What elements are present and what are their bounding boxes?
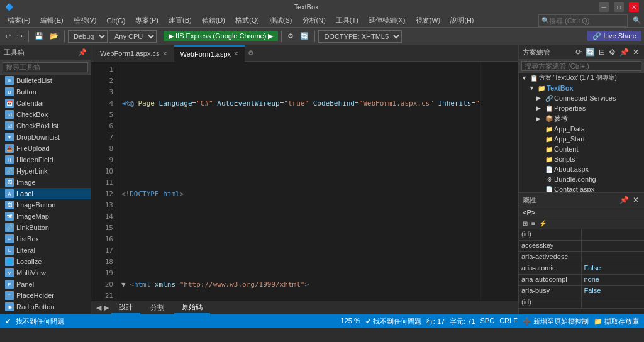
menu-project[interactable]: 專案(P) (130, 14, 164, 26)
toolbox-item-panel[interactable]: P Panel (0, 279, 91, 290)
tree-properties[interactable]: ▶ 📋 Properties (519, 103, 644, 113)
toolbox-item-checkbox[interactable]: ☑ CheckBox (0, 109, 91, 120)
bottom-tab-source[interactable]: 原始碼 (174, 301, 210, 314)
tree-references[interactable]: ▶ 📦 參考 (519, 113, 644, 124)
solution-search-area[interactable] (519, 60, 644, 73)
tree-content[interactable]: ▶ 📁 Content (519, 144, 644, 154)
bottom-tab-split[interactable]: 分割 (143, 302, 172, 314)
run-button[interactable]: ▶ IIS Express (Google Chrome) ▶ (164, 31, 278, 41)
global-search-input[interactable] (549, 17, 625, 25)
get-storage-btn[interactable]: 📁 擷取存放庫 (594, 317, 639, 326)
toolbox-item-multiview[interactable]: M MultiView (0, 267, 91, 279)
project-node[interactable]: ▼ 📁 TextBox (519, 83, 644, 93)
minimize-button[interactable]: ─ (599, 2, 609, 12)
menu-debug[interactable]: 偵錯(D) (197, 14, 230, 26)
live-share-button[interactable]: 🔗 Live Share (587, 31, 641, 41)
toolbox-pin-icon[interactable]: 📌 (78, 48, 87, 57)
attach-button[interactable]: ⚙ (285, 31, 296, 41)
menu-analyze[interactable]: 分析(N) (297, 14, 331, 26)
toolbox-item-linkbutton[interactable]: 🔗 LinkButton (0, 222, 91, 233)
toolbox-item-listbox[interactable]: ≡ ListBox (0, 233, 91, 245)
tree-about[interactable]: ▶ 📄 About.aspx (519, 164, 644, 174)
platform-select[interactable]: Any CPU (109, 30, 157, 43)
tree-bundle[interactable]: ▶ ⚙ Bundle.config (519, 174, 644, 184)
prop-val-aria-activedesc[interactable] (582, 252, 645, 263)
toolbox-item-literal[interactable]: L Literal (0, 245, 91, 256)
props-close-btn[interactable]: ✕ (631, 195, 640, 205)
toolbox-item-label[interactable]: A Label (0, 188, 91, 199)
open-button[interactable]: 📂 (47, 31, 61, 41)
refresh-button[interactable]: 🔄 (297, 31, 311, 41)
tree-contact[interactable]: ▶ 📄 Contact.aspx (519, 184, 644, 192)
toolbox-search-area[interactable] (0, 60, 91, 75)
toolbox-item-imagebutton[interactable]: 🖼 ImageButton (0, 199, 91, 211)
doctype-select[interactable]: DOCTYPE: XHTML5 (318, 30, 402, 43)
menu-file[interactable]: 檔案(F) (3, 14, 35, 26)
tab-cs-close[interactable]: ✕ (162, 50, 167, 57)
solution-collapse-btn[interactable]: ⊟ (597, 47, 606, 57)
menu-tools[interactable]: 工具(T) (331, 14, 364, 26)
tree-app-start[interactable]: ▶ 📁 App_Start (519, 134, 644, 144)
menu-git[interactable]: Git(G) (101, 16, 130, 26)
toolbox-item-dropdownlist[interactable]: ▼ DropDownList (0, 131, 91, 143)
add-control-btn[interactable]: ➕ 新增至原始標控制 (523, 317, 589, 326)
close-button[interactable]: ✕ (629, 2, 639, 12)
props-event-btn[interactable]: ⚡ (538, 219, 548, 228)
prop-val-accesskey[interactable] (582, 241, 645, 251)
toolbox-item-image[interactable]: 🖼 Image (0, 177, 91, 188)
toolbox-item-hiddenfield[interactable]: H HiddenField (0, 154, 91, 165)
toolbox-search-input[interactable] (3, 62, 88, 72)
solution-node[interactable]: ▼ 📋 方案 'TextBox' (1 / 1 個專案) (519, 73, 644, 83)
code-editor[interactable]: 12345 678910 1112131415 1617181920 2122 … (91, 62, 518, 301)
title-bar-controls[interactable]: ─ □ ✕ (599, 2, 639, 12)
props-list-btn[interactable]: ≡ (530, 219, 536, 228)
scroll-right-icon[interactable]: ▶ (104, 304, 109, 312)
prop-val-aria-autocompl[interactable]: none (582, 275, 645, 285)
solution-refresh-btn[interactable]: 🔄 (584, 47, 596, 57)
solution-close-btn[interactable]: ✕ (631, 47, 640, 57)
toolbox-item-calendar[interactable]: 📅 Calendar (0, 97, 91, 109)
menu-edit[interactable]: 編輯(E) (35, 14, 69, 26)
tab-webform-aspx[interactable]: WebForm1.aspx ✕ (174, 45, 245, 62)
toolbox-item-fileupload[interactable]: 📤 FileUpload (0, 143, 91, 154)
zoom-level[interactable]: 125 % (341, 317, 360, 326)
menu-format[interactable]: 格式(Q) (230, 14, 264, 26)
prop-val-aria-busy[interactable]: False (582, 286, 645, 297)
menu-view[interactable]: 檢視(V) (69, 14, 102, 26)
tab-aspx-close[interactable]: ✕ (233, 50, 238, 57)
solution-filter-btn[interactable]: ⚙ (608, 47, 617, 57)
props-sort-btn[interactable]: ⊞ (521, 219, 529, 228)
toolbox-item-bulletedlist[interactable]: ≡ BulletedList (0, 75, 91, 86)
prop-val-aria-atomic[interactable]: False (582, 263, 645, 274)
solution-search-input[interactable] (521, 61, 641, 71)
bottom-tab-design[interactable]: 設計 (111, 301, 140, 314)
tree-connected-services[interactable]: ▶ 🔗 Connected Services (519, 93, 644, 103)
toolbox-item-radiobuttonlist[interactable]: ◉ RadioButtonList (0, 312, 91, 314)
tab-webform-cs[interactable]: WebForm1.aspx.cs ✕ (94, 45, 174, 62)
undo-button[interactable]: ↩ (3, 31, 13, 41)
debug-config-select[interactable]: Debug (68, 30, 108, 43)
toolbox-item-hyperlink[interactable]: 🔗 HyperLink (0, 165, 91, 177)
maximize-button[interactable]: □ (614, 2, 624, 12)
menu-help[interactable]: 說明(H) (445, 14, 479, 26)
toolbox-item-button[interactable]: B Button (0, 86, 91, 97)
props-pin-btn[interactable]: 📌 (618, 195, 630, 205)
prop-val-id2[interactable] (582, 297, 645, 308)
toolbox-item-checkboxlist[interactable]: ☑ CheckBoxList (0, 120, 91, 131)
menu-window[interactable]: 視窗(W) (411, 14, 446, 26)
scroll-left-icon[interactable]: ◀ (96, 304, 101, 312)
toolbox-item-radiobutton[interactable]: ◉ RadioButton (0, 301, 91, 312)
toolbox-item-imagemap[interactable]: 🗺 ImageMap (0, 211, 91, 222)
menu-extensions[interactable]: 延伸模組(X) (364, 14, 411, 26)
save-button[interactable]: 💾 (32, 31, 46, 41)
redo-button[interactable]: ↪ (14, 31, 25, 41)
tree-app-data[interactable]: ▶ 📁 App_Data (519, 124, 644, 134)
toolbox-item-localize[interactable]: 🌐 Localize (0, 256, 91, 267)
code-text-area[interactable]: ◄%@ Page Language="C#" AutoEventWireup="… (116, 62, 480, 301)
prop-val-id[interactable] (582, 229, 645, 240)
tab-gear-icon[interactable]: ⚙ (248, 49, 254, 57)
menu-build[interactable]: 建置(B) (164, 14, 197, 26)
menu-test[interactable]: 測試(S) (264, 14, 297, 26)
solution-pin-btn[interactable]: 📌 (618, 47, 630, 57)
tree-scripts[interactable]: ▶ 📁 Scripts (519, 154, 644, 164)
